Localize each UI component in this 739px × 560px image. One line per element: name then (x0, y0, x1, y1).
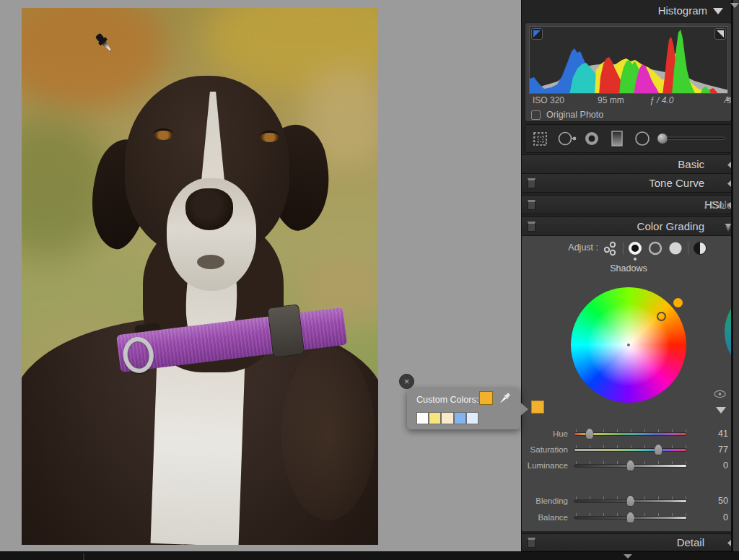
dog-left-eye (154, 128, 173, 140)
custom-swatch[interactable] (416, 412, 429, 424)
custom-swatch[interactable] (466, 412, 478, 424)
hue-label: Hue (522, 429, 568, 438)
graduated-filter-icon (612, 131, 622, 146)
balance-value: 0 (699, 512, 728, 522)
image-canvas (0, 0, 521, 551)
popup-title: Custom Colors: (416, 395, 478, 405)
spot-removal-icon (559, 133, 572, 145)
basic-title: Basic (678, 158, 704, 170)
blending-value: 50 (699, 496, 728, 506)
shadow-clipping-indicator[interactable] (531, 28, 543, 40)
iso-value: ISO 320 (533, 95, 564, 105)
histogram-panel-header[interactable]: Histogram (522, 0, 732, 22)
wheel-mode-label: Shadows (571, 263, 686, 274)
original-photo-label: Original Photo (546, 110, 603, 120)
panel-enable-toggle[interactable] (528, 178, 535, 188)
original-photo-checkbox[interactable] (531, 110, 541, 120)
dog-subject (22, 8, 378, 545)
exif-info-row: ISO 320 95 mm ƒ / 4.0 1⁄200 sec (525, 95, 733, 107)
detail-panel-header[interactable]: Detail (522, 533, 732, 551)
saturation-label: Saturation (522, 445, 568, 454)
saturation-slider[interactable] (574, 448, 687, 452)
filmstrip-collapsed-bar[interactable] (0, 551, 739, 560)
dog-right-eye (260, 131, 279, 142)
luminance-value: 0 (699, 460, 728, 471)
histogram-box: ISO 320 95 mm ƒ / 4.0 1⁄200 sec Original… (525, 22, 732, 122)
luminance-slider-row: Luminance 0 (522, 459, 732, 473)
dog-shoulder-highlight (281, 347, 375, 520)
blending-slider-row: Blending 50 (522, 494, 732, 509)
aperture-value: ƒ / 4.0 (650, 95, 673, 105)
histogram-title: Histogram (658, 4, 707, 17)
hue-slider-row: Hue 41 (522, 427, 732, 442)
detail-title: Detail (677, 536, 704, 548)
selected-custom-color-swatch[interactable] (479, 391, 493, 405)
histogram-plot[interactable] (529, 26, 728, 94)
filmstrip-expand-icon[interactable] (624, 554, 632, 559)
custom-colors-popup: Custom Colors: (407, 388, 520, 429)
luminance-slider[interactable] (574, 464, 687, 468)
custom-swatch[interactable] (441, 412, 453, 424)
panel-enable-toggle[interactable] (528, 222, 535, 232)
tool-strip (525, 124, 732, 153)
saturation-value: 77 (699, 445, 728, 455)
popup-tail (519, 401, 528, 417)
color-grading-panel-header[interactable]: Color Grading (522, 216, 732, 236)
custom-swatch[interactable] (429, 412, 441, 424)
shutter-value: 1⁄200 sec (725, 95, 727, 105)
popup-close-button[interactable]: × (399, 374, 414, 389)
dog-mouth (197, 255, 224, 269)
focal-length-value: 95 mm (598, 95, 624, 105)
hue-slider[interactable] (574, 432, 687, 436)
original-photo-row: Original Photo (531, 110, 726, 121)
divider (688, 242, 688, 255)
histogram-chart (530, 27, 728, 94)
panel-top-collapse-icon[interactable] (730, 3, 739, 8)
adjust-label: Adjust : (522, 242, 598, 253)
balance-label: Balance (522, 513, 568, 522)
color-grading-panel-body: Adjust : Shadows (522, 236, 732, 532)
blending-slider[interactable] (574, 499, 687, 503)
photo-preview[interactable] (22, 8, 378, 545)
luminance-label: Luminance (522, 461, 568, 470)
slider-ticks (576, 445, 686, 448)
hsl-color-panel-header[interactable]: HSL / Color (522, 195, 732, 214)
divider (623, 242, 624, 255)
basic-panel-header[interactable]: Basic (522, 154, 732, 174)
tone-curve-title: Tone Curve (649, 177, 704, 189)
panel-enable-toggle[interactable] (528, 200, 535, 210)
color-grading-title: Color Grading (637, 220, 704, 232)
radial-filter-icon (636, 132, 649, 145)
wheel-center-dot (627, 344, 630, 346)
blending-label: Blending (522, 496, 568, 505)
custom-swatch-row (416, 412, 510, 425)
wheel-collapse-icon[interactable] (716, 407, 726, 414)
balance-slider-row: Balance 0 (522, 511, 732, 525)
filmstrip-divider (83, 554, 84, 560)
custom-swatch[interactable] (454, 412, 466, 424)
adjustment-brush-icon (657, 134, 668, 144)
tone-curve-panel-header[interactable]: Tone Curve (522, 173, 732, 193)
highlight-clipping-indicator[interactable] (714, 28, 726, 40)
wheel-hue-handle[interactable] (673, 298, 683, 307)
collar-buckle (267, 304, 305, 358)
selected-mode-dot (634, 258, 637, 261)
lightroom-develop-window: Histogram (0, 0, 739, 560)
histogram-collapse-icon[interactable] (713, 8, 723, 14)
crop-icon (534, 133, 546, 145)
hue-value: 41 (699, 429, 728, 439)
dog-nose (185, 188, 233, 230)
balance-slider[interactable] (574, 516, 687, 520)
right-panel: Histogram (521, 0, 739, 551)
saturation-slider-row: Saturation 77 (522, 443, 732, 458)
panel-scroll-gutter[interactable] (733, 0, 739, 551)
custom-color-chip[interactable] (531, 401, 544, 414)
panel-enable-toggle[interactable] (528, 538, 535, 548)
wheel-saturation-handle[interactable] (657, 312, 666, 321)
